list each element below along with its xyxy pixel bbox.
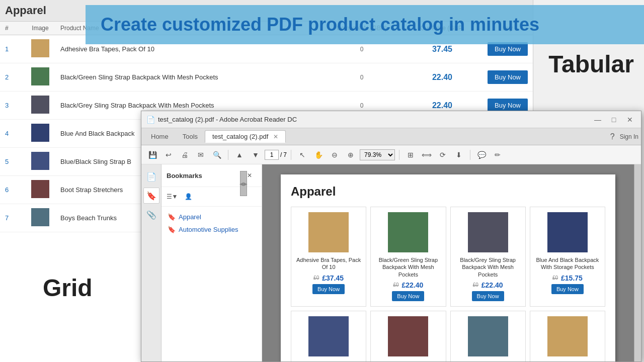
pdf-buy-button[interactable]: Buy Now	[392, 291, 424, 301]
zoom-select[interactable]: 79.3% 50% 75% 100% 125%	[360, 149, 395, 160]
tab-close-icon[interactable]: ✕	[273, 133, 278, 140]
row-num: 4	[0, 130, 20, 137]
pdf-product-card: Boot Strap Stretchers Buy Now	[370, 311, 446, 361]
rotate-button[interactable]: ⟳	[436, 148, 450, 162]
pdf-product-card: Black/Grey Sling Strap Backpack With Mes…	[450, 207, 526, 307]
bookmark-icon-automotive: 🔖	[168, 226, 176, 233]
buy-now-button[interactable]: Buy Now	[488, 42, 528, 56]
pdf-buy-button[interactable]: Buy Now	[472, 291, 504, 301]
bookmark-label-automotive: Automotive Supplies	[179, 226, 238, 233]
pdf-product-name: Brown Shoe Laces	[534, 360, 601, 361]
hand-tool-button[interactable]: ✋	[311, 148, 326, 162]
page-total: 7	[283, 151, 287, 158]
next-page-button[interactable]: ▼	[249, 148, 263, 162]
tab-tools[interactable]: Tools	[176, 131, 205, 142]
cursor-tool-button[interactable]: ↖	[295, 148, 309, 162]
undo-button[interactable]: ↩	[162, 148, 176, 162]
panel-resize-handle[interactable]: ◀▶	[240, 171, 247, 196]
bookmark-expand-button[interactable]: 👤	[182, 190, 195, 203]
pdf-window: 📄 test_catalog (2).pdf - Adobe Acrobat R…	[141, 111, 641, 362]
zoom-out-button[interactable]: ⊖	[328, 148, 342, 162]
pdf-toolbar: 💾 ↩ 🖨 ✉ 🔍 ▲ ▼ / 7 ↖ ✋ ⊖ ⊕ 79.3% 50% 75% …	[141, 145, 641, 164]
row-name: Adhesive Bra Tapes, Pack Of 10	[60, 45, 321, 53]
tab-home[interactable]: Home	[144, 131, 176, 142]
pdf-price-row: £0 £22.40	[375, 281, 441, 289]
product-image	[31, 67, 49, 85]
buy-now-button[interactable]: Buy Now	[488, 99, 528, 112]
pdf-price-row: £0 £37.45	[295, 274, 362, 282]
minimize-button[interactable]: —	[592, 114, 604, 126]
page-navigation: / 7	[265, 150, 287, 160]
title-bar: 📄 test_catalog (2).pdf - Adobe Acrobat R…	[141, 111, 641, 128]
pdf-scrollbar[interactable]	[634, 164, 641, 361]
pdf-product-card: Blue And Black Backpack With Storage Poc…	[530, 207, 605, 307]
highlight-button[interactable]: ✏	[491, 148, 505, 162]
tab-pdf[interactable]: test_catalog (2).pdf ✕	[205, 130, 286, 143]
pdf-product-image	[468, 316, 508, 356]
row-price: 22.40	[402, 101, 482, 110]
pdf-product-name: Adhesive Bra Tapes, Pack Of 10	[295, 256, 362, 271]
bookmarks-panel-button[interactable]: 🔖	[143, 188, 159, 204]
page-input[interactable]	[265, 150, 279, 160]
maximize-button[interactable]: □	[608, 114, 620, 126]
pdf-product-grid: Adhesive Bra Tapes, Pack Of 10 £0 £37.45…	[291, 207, 605, 361]
pdf-product-image	[468, 212, 508, 252]
banner-text: Create customized PDF product catalog in…	[101, 14, 629, 35]
product-image	[31, 124, 49, 142]
pdf-our-price: £15.75	[561, 274, 583, 282]
row-price: 37.45	[402, 45, 482, 54]
pdf-product-image	[388, 212, 428, 252]
page-separator: /	[280, 151, 282, 158]
bookmark-list-view-button[interactable]: ☰▼	[166, 190, 179, 203]
row-name: Black/Grey Sling Strap Backpack With Mes…	[60, 102, 321, 109]
pdf-page-content: Apparel Adhesive Bra Tapes, Pack Of 10 £…	[281, 174, 615, 361]
pdf-product-name: Black/Grey Sling Strap Backpack With Mes…	[455, 256, 521, 278]
row-img	[20, 96, 60, 115]
pdf-our-price: £37.45	[322, 274, 344, 282]
bookmarks-title: Bookmarks	[167, 172, 202, 179]
left-panel-icons: 📄 🔖 📎	[141, 164, 162, 361]
comment-button[interactable]: 💬	[474, 148, 489, 162]
pdf-product-image	[547, 316, 588, 356]
pdf-price-row: £0 £22.40	[455, 281, 521, 289]
prev-page-button[interactable]: ▲	[232, 148, 247, 162]
tools-button2[interactable]: ⬇	[452, 148, 466, 162]
save-button[interactable]: 💾	[145, 148, 159, 162]
pdf-product-card: Blue/Black Sling Strap Backpack With Mes…	[291, 311, 366, 361]
col-header-num: #	[0, 25, 20, 32]
fit-page-button[interactable]: ⊞	[404, 148, 418, 162]
toolbar-separator-3	[399, 150, 399, 160]
product-image	[31, 152, 49, 170]
pdf-buy-button[interactable]: Buy Now	[551, 284, 584, 294]
close-button[interactable]: ✕	[624, 114, 636, 126]
buy-now-button[interactable]: Buy Now	[488, 70, 528, 84]
email-button[interactable]: ✉	[194, 148, 208, 162]
sign-in-link[interactable]: Sign In	[620, 133, 638, 140]
product-image	[31, 96, 49, 114]
pdf-product-name: Boot Strap Stretchers	[375, 360, 441, 361]
bookmark-automotive[interactable]: 🔖 Automotive Supplies	[166, 223, 258, 236]
attachments-panel-button[interactable]: 📎	[143, 207, 159, 223]
bookmark-list: 🔖 Apparel 🔖 Automotive Supplies	[162, 207, 262, 361]
search-button[interactable]: 🔍	[210, 148, 224, 162]
row-img	[20, 67, 60, 87]
pdf-product-name: Black/Green Sling Strap Backpack With Me…	[375, 256, 441, 278]
col-header-img: Image	[20, 25, 60, 32]
pages-panel-button[interactable]: 📄	[143, 168, 159, 185]
zoom-in-button[interactable]: ⊕	[344, 148, 358, 162]
fit-width-button[interactable]: ⟺	[420, 148, 434, 162]
pdf-page-area: Apparel Adhesive Bra Tapes, Pack Of 10 £…	[262, 164, 634, 361]
pdf-product-card: Boys Beach Trunks Buy Now	[450, 311, 526, 361]
row-compare: 0	[321, 102, 402, 109]
bookmark-apparel[interactable]: 🔖 Apparel	[166, 211, 258, 223]
pdf-buy-button[interactable]: Buy Now	[312, 284, 345, 294]
product-image	[31, 180, 49, 198]
bookmark-icon-apparel: 🔖	[168, 213, 176, 221]
print-button[interactable]: 🖨	[178, 148, 192, 162]
help-icon[interactable]: ?	[610, 132, 615, 141]
promo-banner: Create customized PDF product catalog in…	[86, 5, 644, 44]
row-num: 5	[0, 158, 20, 165]
product-image	[31, 208, 49, 226]
pdf-compare-price: £0	[552, 275, 558, 281]
pdf-price-row: £0 £15.75	[534, 274, 601, 282]
